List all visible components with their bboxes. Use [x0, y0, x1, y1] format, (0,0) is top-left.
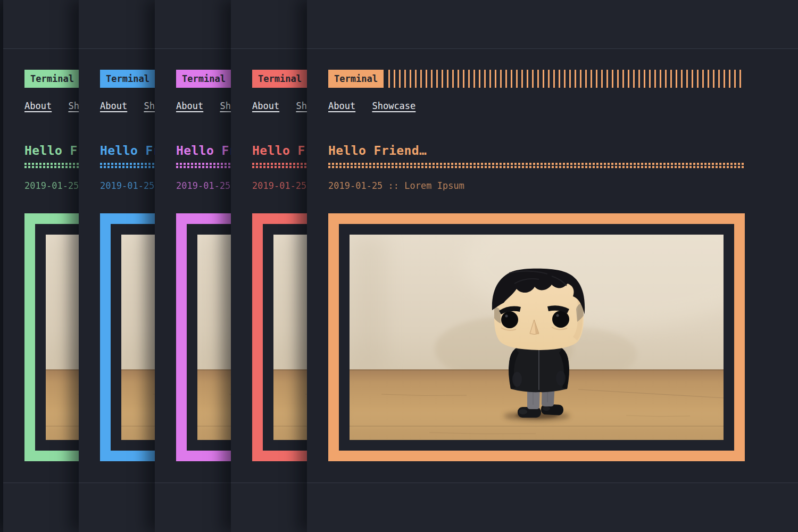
nav-link-about[interactable]: About [252, 101, 279, 111]
site-logo[interactable]: Terminal [252, 70, 307, 88]
post-title-divider [328, 163, 745, 168]
post-meta: 2019-01-25 :: Lorem Ipsum [328, 181, 745, 190]
site-logo[interactable]: Terminal [100, 70, 155, 88]
nav-link-about[interactable]: About [328, 101, 355, 111]
post-cover-frame [328, 213, 745, 461]
panel-bottom-strip [307, 483, 798, 532]
panel-top-strip [307, 0, 798, 49]
site-header: Terminal [328, 70, 745, 88]
site-nav: About Showcase [328, 101, 777, 111]
theme-panel-orange: Terminal About Showcase Hello Friend… 20… [307, 0, 798, 532]
funko-figurine-illustration [350, 235, 724, 440]
nav-link-showcase[interactable]: Showcase [372, 101, 415, 111]
post-cover-photo [350, 235, 724, 440]
panel-main: Terminal About Showcase Hello Friend… 20… [307, 49, 798, 461]
post-title[interactable]: Hello Friend… [328, 145, 745, 157]
nav-link-about[interactable]: About [100, 101, 127, 111]
divider-dots-row [328, 166, 745, 168]
site-logo[interactable]: Terminal [176, 70, 231, 88]
site-logo[interactable]: Terminal [328, 70, 384, 88]
figurine-head [492, 269, 585, 350]
divider-dots-row [328, 163, 745, 165]
nav-link-about[interactable]: About [24, 101, 52, 111]
stage: Terminal About Showcase Hello Friend… 20… [0, 0, 798, 532]
site-logo[interactable]: Terminal [24, 70, 80, 88]
logo-decoration-bars-icon [388, 70, 745, 88]
nav-link-about[interactable]: About [176, 101, 203, 111]
